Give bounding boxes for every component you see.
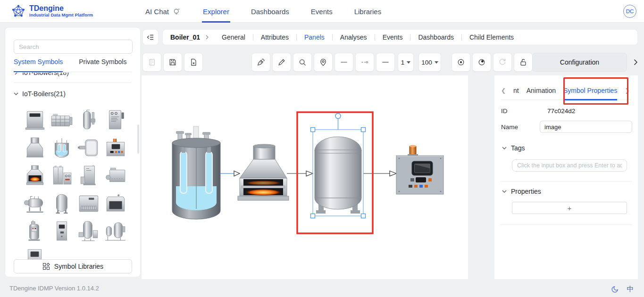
polyline-tool-button[interactable]	[376, 53, 395, 72]
nav-item-explorer[interactable]: Explorer	[203, 0, 229, 23]
group-iot-blowers[interactable]: IoT-Blowers(18)	[5, 73, 140, 80]
symbol-furnace-fire[interactable]	[21, 161, 48, 189]
symbol-tall-unit[interactable]	[75, 161, 102, 189]
symbol-cabinet-screen[interactable]	[48, 217, 75, 245]
nav-item-label: Dashboards	[251, 8, 289, 16]
symbol-engine[interactable]	[48, 106, 75, 133]
breadcrumb-tab-panels[interactable]: Panels	[297, 33, 332, 41]
symbol-heater[interactable]	[21, 217, 48, 245]
name-field-row: Name	[501, 121, 632, 133]
moon-icon	[611, 285, 619, 293]
add-property-button[interactable]: +	[512, 202, 627, 214]
water-tank-node[interactable]	[172, 126, 220, 219]
symbol-flat-panel[interactable]	[75, 133, 102, 161]
symbols-sidebar: System Symbols Private Symbols IoT-Blowe…	[5, 27, 141, 277]
symbol-twin-tank[interactable]	[102, 217, 129, 245]
connector-tool-button[interactable]	[355, 53, 374, 72]
furnace-node[interactable]	[238, 144, 289, 200]
nav-item-ai-chat[interactable]: AI Chat	[145, 0, 181, 23]
tags-input[interactable]	[512, 159, 627, 172]
symbol-cylinder-pipe[interactable]	[75, 106, 102, 133]
symbol-boiler-acc[interactable]	[75, 217, 102, 245]
breadcrumb-tab-attributes[interactable]: Attributes	[253, 33, 296, 41]
dark-mode-toggle[interactable]	[609, 283, 620, 295]
collapse-sidebar-button[interactable]	[142, 29, 159, 45]
radio-point-button[interactable]	[452, 53, 470, 72]
sidebar-scrollbar[interactable]	[137, 124, 139, 154]
boiler-acc-icon	[77, 220, 100, 242]
symbol-libraries-button[interactable]: Symbol Libraries	[14, 259, 132, 273]
stroke-width-select[interactable]: 1	[398, 53, 414, 72]
group-iot-boilers[interactable]: IoT-Boilers(21)	[5, 87, 140, 101]
pressure-tank-node[interactable]	[315, 137, 361, 214]
connector-arrow[interactable]	[220, 171, 240, 176]
tab-animation[interactable]: Animation	[527, 81, 556, 100]
configuration-button[interactable]: Configuration	[532, 53, 627, 72]
symbol-libraries-label: Symbol Libraries	[54, 263, 103, 270]
location-tool-button[interactable]	[314, 53, 333, 72]
tab-system-symbols[interactable]: System Symbols	[14, 58, 63, 72]
symbol-grid-box[interactable]	[75, 189, 102, 217]
twin-tank-icon	[104, 220, 127, 242]
symbol-cabinet-pair[interactable]	[48, 161, 75, 189]
tabs-scroll-left-icon[interactable]: ❮	[501, 87, 506, 94]
symbol-horizontal-dotted[interactable]	[102, 161, 129, 189]
control-panel-node[interactable]	[396, 145, 443, 195]
id-label: ID	[501, 107, 547, 115]
symbol-box-screen[interactable]	[21, 106, 48, 133]
selection-handle[interactable]	[311, 128, 315, 132]
nav-item-dashboards[interactable]: Dashboards	[251, 0, 289, 23]
tab-component[interactable]: nt	[513, 81, 519, 100]
clear-canvas-button[interactable]	[184, 53, 203, 72]
configuration-panel: ❮ nt Animation Symbol Properties ❯ ID 77…	[494, 75, 638, 279]
breadcrumb-tab-events[interactable]: Events	[375, 33, 410, 41]
symbol-cabinet-gauges[interactable]	[102, 106, 129, 133]
chevron-down-icon	[502, 189, 507, 194]
tab-private-symbols[interactable]: Private Symbols	[79, 58, 126, 72]
diagram-canvas[interactable]	[142, 75, 468, 279]
nav-item-label: Explorer	[203, 8, 229, 16]
tall-unit-icon	[77, 165, 100, 186]
nav-item-label: Events	[311, 8, 333, 16]
selection-handle[interactable]	[361, 128, 366, 132]
tags-section-header[interactable]: Tags	[502, 144, 525, 152]
breadcrumb-tab-dashboards[interactable]: Dashboards	[410, 33, 461, 41]
symbol-horizontal-boiler[interactable]	[21, 189, 48, 217]
nav-item-events[interactable]: Events	[311, 0, 333, 23]
pencil-tool-button[interactable]	[272, 53, 291, 72]
brand-subtitle: Industrial Data Mgmt Platform	[29, 12, 93, 17]
symbol-funnel[interactable]	[21, 133, 48, 161]
save-button[interactable]	[163, 53, 182, 72]
breadcrumb-tab-child-elements[interactable]: Child Elements	[462, 33, 521, 41]
line-tool-button[interactable]	[335, 53, 353, 72]
search-input[interactable]	[14, 40, 133, 54]
symbol-control-box[interactable]	[102, 133, 129, 161]
nav-item-libraries[interactable]: Libraries	[354, 0, 382, 23]
pen-tool-button[interactable]	[251, 53, 270, 72]
properties-section-header[interactable]: Properties	[502, 188, 541, 195]
unlock-button[interactable]	[514, 53, 533, 72]
symbol-tank-legs[interactable]	[48, 189, 75, 217]
editor-toolbar: 1 100 Configuration	[142, 53, 642, 72]
control-box-icon	[104, 137, 127, 158]
language-toggle[interactable]: 中	[625, 283, 636, 295]
selection-handle[interactable]	[361, 214, 366, 218]
zoom-tool-button[interactable]	[293, 53, 312, 72]
rotation-handle[interactable]	[335, 114, 341, 119]
brand-logo[interactable]: TDengine Industrial Data Mgmt Platform	[11, 4, 93, 18]
symbol-dark-front[interactable]	[102, 189, 129, 217]
breadcrumb-root[interactable]: Boiler_01	[170, 33, 200, 41]
selection-handle[interactable]	[311, 214, 315, 218]
breadcrumb-tab-analyses[interactable]: Analyses	[333, 33, 375, 41]
symbol-tank-liquid[interactable]	[48, 133, 75, 161]
connector-arrow[interactable]	[287, 171, 313, 176]
zoom-level-select[interactable]: 100	[418, 53, 441, 72]
name-input[interactable]	[540, 121, 632, 133]
id-field-row: ID 77c024d2	[501, 107, 632, 115]
connector-arrow[interactable]	[363, 171, 396, 176]
expand-panel-button[interactable]	[630, 57, 641, 68]
spin-point-button[interactable]	[472, 53, 491, 72]
breadcrumb-tab-general[interactable]: General	[214, 33, 253, 41]
symbol-small-cabinet[interactable]	[21, 245, 48, 261]
user-avatar[interactable]: DC	[623, 5, 636, 18]
